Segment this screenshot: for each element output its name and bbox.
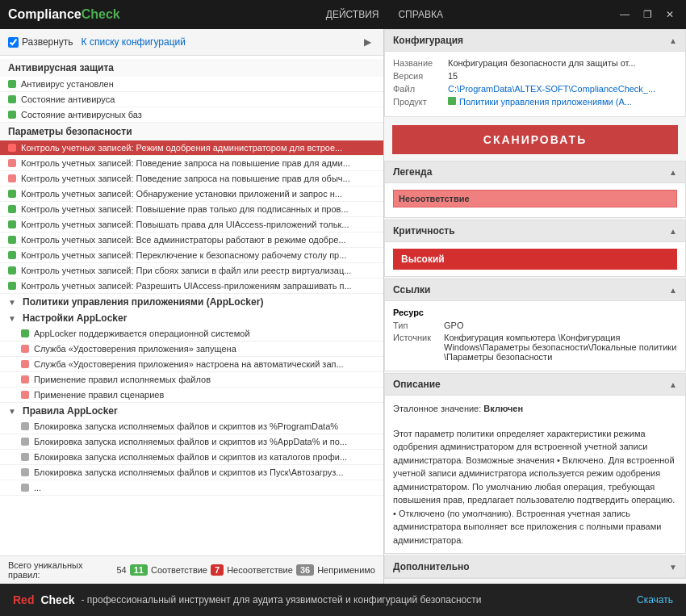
download-link[interactable]: Скачать bbox=[637, 594, 673, 606]
list-item[interactable]: Контроль учетных записей: Разрешить UIAc… bbox=[0, 279, 383, 294]
expand-checkbox[interactable] bbox=[8, 37, 19, 48]
menu-help[interactable]: СПРАВКА bbox=[398, 9, 443, 20]
group-applocker-rules[interactable]: ▼ Правила AppLocker bbox=[0, 403, 383, 419]
item-label: Контроль учетных записей: Все администра… bbox=[21, 235, 375, 245]
item-label: Состояние антивируса bbox=[21, 94, 375, 104]
benchmark-row: Эталонное значение: Включен bbox=[393, 402, 677, 416]
list-item[interactable]: Контроль учетных записей: Переключение к… bbox=[0, 248, 383, 263]
chevron-up-icon[interactable]: ▲ bbox=[669, 286, 677, 295]
item-label: Состояние антивирусных баз bbox=[21, 110, 375, 119]
status-indicator bbox=[8, 220, 16, 228]
comply-count-badge: 11 bbox=[130, 564, 148, 576]
main-content: Развернуть К списку конфигураций ▶ Антив… bbox=[0, 29, 686, 584]
list-item[interactable]: Контроль учетных записей: Режим одобрени… bbox=[0, 140, 383, 156]
description-text: Этот параметр политики определяет характ… bbox=[393, 427, 677, 547]
scroll-right-btn[interactable]: ▶ bbox=[359, 34, 375, 50]
status-indicator bbox=[21, 345, 29, 353]
list-item[interactable]: Блокировка запуска исполняемых файлов и … bbox=[0, 434, 383, 450]
list-item[interactable]: AppLocker поддерживается операционной си… bbox=[0, 326, 383, 342]
chevron-up-icon[interactable]: ▲ bbox=[669, 168, 677, 177]
list-item[interactable]: Контроль учетных записей: Поведение запр… bbox=[0, 171, 383, 186]
status-indicator bbox=[21, 360, 29, 368]
list-item[interactable]: ... bbox=[0, 480, 383, 496]
item-label: Контроль учетных записей: Разрешить UIAc… bbox=[21, 281, 375, 291]
group-label: Политики управления приложениями (AppLoc… bbox=[23, 296, 263, 308]
item-label: ... bbox=[34, 483, 375, 492]
chevron-up-icon[interactable]: ▲ bbox=[669, 36, 677, 45]
list-item[interactable]: Служба «Удостоверения приложения» запуще… bbox=[0, 342, 383, 357]
version-label: Версия bbox=[393, 71, 441, 81]
configuration-section: Конфигурация ▲ Название Конфигурация без… bbox=[384, 29, 686, 117]
resource-source-row: Источник Конфигурация компьютера \Конфиг… bbox=[393, 333, 677, 362]
chevron-up-icon[interactable]: ▲ bbox=[669, 380, 677, 389]
expand-control[interactable]: Развернуть bbox=[8, 36, 73, 48]
list-item[interactable]: Служба «Удостоверения приложения» настро… bbox=[0, 357, 383, 372]
list-item[interactable]: Антивирус установлен bbox=[0, 77, 383, 92]
configuration-header: Конфигурация ▲ bbox=[385, 30, 685, 52]
source-value: Конфигурация компьютера \Конфигурация Wi… bbox=[444, 333, 677, 362]
group-applocker-policy[interactable]: ▼ Политики управления приложениями (AppL… bbox=[0, 294, 383, 310]
status-indicator bbox=[21, 422, 29, 430]
list-item[interactable]: Контроль учетных записей: При сбоях запи… bbox=[0, 263, 383, 279]
config-version-row: Версия 15 bbox=[393, 71, 677, 81]
list-item[interactable]: Применение правил сценариев bbox=[0, 388, 383, 403]
config-list-link[interactable]: К списку конфигураций bbox=[82, 36, 186, 48]
item-label: Блокировка запуска исполняемых файлов и … bbox=[34, 437, 375, 446]
additional-title: Дополнительно bbox=[393, 561, 470, 572]
additional-section: Дополнительно ▼ bbox=[384, 555, 686, 579]
list-item[interactable]: Контроль учетных записей: Все администра… bbox=[0, 233, 383, 248]
chevron-down-icon[interactable]: ▼ bbox=[669, 563, 677, 572]
group-applocker-settings[interactable]: ▼ Настройки AppLocker bbox=[0, 310, 383, 326]
resource-subheader: Ресурс bbox=[393, 308, 677, 317]
list-item[interactable]: Контроль учетных записей: Повышать права… bbox=[0, 217, 383, 233]
additional-header: Дополнительно ▼ bbox=[385, 556, 685, 578]
list-item[interactable]: Контроль учетных записей: Обнаружение ус… bbox=[0, 186, 383, 202]
title-bar: ComplianceCheck ДЕЙСТВИЯ СПРАВКА — ❐ ✕ bbox=[0, 0, 686, 29]
tree-container[interactable]: Антивирусная защита Антивирус установлен… bbox=[0, 56, 383, 555]
links-body: Ресурс Тип GPO Источник Конфигурация ком… bbox=[385, 301, 685, 371]
item-label: Контроль учетных записей: Поведение запр… bbox=[21, 174, 375, 183]
list-item[interactable]: Состояние антивируса bbox=[0, 92, 383, 107]
name-label: Название bbox=[393, 58, 441, 68]
left-panel: Развернуть К списку конфигураций ▶ Антив… bbox=[0, 29, 384, 584]
status-indicator bbox=[21, 438, 29, 446]
list-item[interactable]: Контроль учетных записей: Поведение запр… bbox=[0, 156, 383, 171]
configuration-title: Конфигурация bbox=[393, 35, 463, 46]
list-item[interactable]: Контроль учетных записей: Повышение прав… bbox=[0, 202, 383, 217]
close-button[interactable]: ✕ bbox=[662, 6, 678, 23]
severity-high: Высокий bbox=[393, 249, 677, 270]
severity-label: Высокий bbox=[401, 254, 445, 265]
item-label: Контроль учетных записей: Режим одобрени… bbox=[21, 143, 375, 153]
status-indicator bbox=[21, 375, 29, 383]
product-link[interactable]: Политики управления приложениями (А... bbox=[459, 97, 632, 107]
item-label: Блокировка запуска исполняемых файлов и … bbox=[34, 452, 375, 462]
criticality-section: Критичность ▲ Высокий bbox=[384, 220, 686, 277]
chevron-up-icon[interactable]: ▲ bbox=[669, 227, 677, 236]
bottom-description: - профессиональный инструмент для аудита… bbox=[81, 594, 481, 606]
na-label: Неприменимо bbox=[317, 565, 375, 575]
minimize-button[interactable]: — bbox=[617, 6, 633, 23]
links-section: Ссылки ▲ Ресурс Тип GPO Источник Конфигу… bbox=[384, 279, 686, 371]
app-brand: ComplianceCheck bbox=[8, 7, 120, 22]
list-item[interactable]: Состояние антивирусных баз bbox=[0, 107, 383, 123]
total-label: Всего уникальных правил: bbox=[8, 560, 113, 580]
scan-button[interactable]: СКАНИРОВАТЬ bbox=[392, 125, 678, 154]
legend-header: Легенда ▲ bbox=[385, 161, 685, 183]
item-label: Служба «Удостоверения приложения» настро… bbox=[34, 359, 375, 369]
status-indicator bbox=[8, 111, 16, 119]
description-body: Эталонное значение: Включен Этот парамет… bbox=[385, 396, 685, 553]
right-panel: Конфигурация ▲ Название Конфигурация без… bbox=[384, 29, 686, 584]
maximize-button[interactable]: ❐ bbox=[639, 6, 655, 23]
list-item[interactable]: Блокировка запуска исполняемых файлов и … bbox=[0, 419, 383, 434]
list-item[interactable]: Блокировка запуска исполняемых файлов и … bbox=[0, 465, 383, 480]
noncomply-label: Несоответствие bbox=[227, 565, 293, 575]
list-item[interactable]: Применение правил исполняемых файлов bbox=[0, 372, 383, 388]
status-indicator bbox=[21, 453, 29, 461]
source-label: Источник bbox=[393, 333, 437, 362]
file-path-value[interactable]: C:\ProgramData\ALTEX-SOFT\ComplianceChec… bbox=[448, 84, 677, 94]
comply-label: Соответствие bbox=[151, 565, 207, 575]
menu-actions[interactable]: ДЕЙСТВИЯ bbox=[326, 9, 379, 20]
list-item[interactable]: Блокировка запуска исполняемых файлов и … bbox=[0, 450, 383, 465]
description-title: Описание bbox=[393, 379, 441, 390]
item-label: Контроль учетных записей: Поведение запр… bbox=[21, 158, 375, 168]
